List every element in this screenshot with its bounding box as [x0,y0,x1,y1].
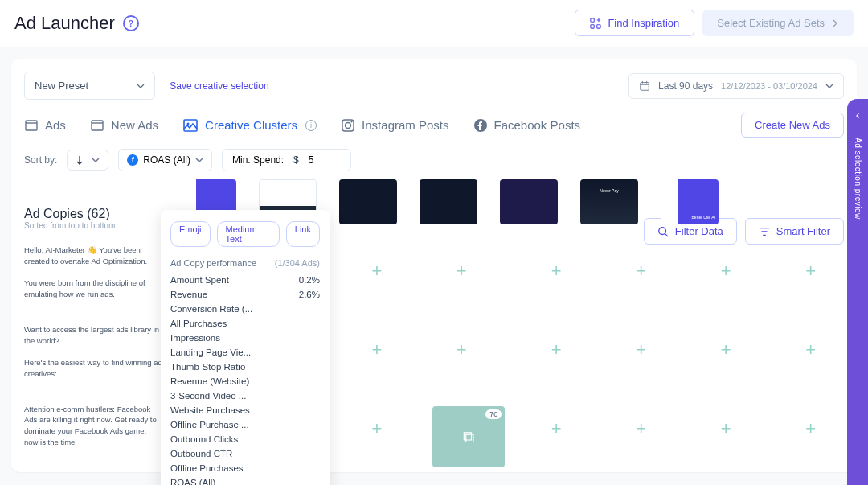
facebook-icon [473,118,488,133]
metric-item[interactable]: Outbound CTR [161,446,330,461]
select-existing-button: Select Existing Ad Sets [702,10,854,36]
svg-rect-4 [26,121,37,130]
min-spend-control: Min. Spend: $ [222,149,351,171]
tag-medium-text[interactable]: Medium Text [217,221,280,247]
main-container: New Preset Save creative selection Last … [0,47,868,485]
add-cell[interactable]: + [348,249,406,294]
add-cell[interactable]: + [697,327,755,372]
roas-select[interactable]: f ROAS (All) [118,149,212,171]
sort-direction[interactable] [67,150,108,171]
tag-link[interactable]: Link [286,221,320,247]
add-cell[interactable]: + [432,327,490,372]
add-cell[interactable]: + [527,249,585,294]
tab-creative-clusters[interactable]: Creative Clusters i [182,114,317,137]
metric-item[interactable]: Offline Purchase ... [161,417,330,432]
ad-thumbnail[interactable] [339,179,397,224]
save-creative-link[interactable]: Save creative selection [170,80,268,92]
add-cell[interactable]: + [527,327,585,372]
plus-icon: + [371,339,382,360]
ad-thumbnail[interactable] [420,179,477,224]
add-cell[interactable]: + [527,406,585,451]
add-cell[interactable]: + [697,249,755,294]
ad-thumbnail[interactable]: Never Pay [580,179,638,224]
facebook-icon: f [127,154,138,166]
date-range: 12/12/2023 - 03/10/2024 [721,81,817,91]
svg-point-12 [659,227,666,234]
metrics-dropdown: Emoji Medium Text Link Ad Copy performan… [161,210,330,485]
tab-facebook[interactable]: Facebook Posts [473,115,581,136]
upload-cell[interactable]: 70⧉ [432,406,505,467]
metric-item[interactable]: All Purchases [161,316,330,331]
tab-creative-label: Creative Clusters [205,118,297,132]
svg-rect-1 [591,24,594,27]
chevron-left-icon: ‹ [856,109,860,121]
plus-icon: + [457,261,467,282]
metric-item[interactable]: Revenue2.6% [161,287,330,302]
plus-icon: + [721,339,731,360]
help-icon[interactable]: ? [123,15,139,31]
add-cell[interactable]: + [612,249,670,294]
copy-item[interactable]: Attention e-comm hustlers: Facebook Ads … [24,404,167,448]
add-cell[interactable]: + [432,249,490,294]
header-actions: Find Inspiration Select Existing Ad Sets [575,10,854,36]
tab-new-ads[interactable]: New Ads [90,115,158,136]
plus-icon: + [371,261,382,282]
tag-emoji[interactable]: Emoji [170,221,211,247]
metric-item[interactable]: Website Purchases [161,403,330,417]
add-cell[interactable]: + [782,327,840,372]
perf-count: (1/304 Ads) [275,258,320,268]
rectangle-icon [24,118,39,133]
tabs-row: Ads New Ads Creative Clusters i Instagra… [24,113,844,138]
add-cell[interactable]: + [612,406,670,451]
plus-icon: + [551,339,562,360]
add-cell[interactable]: + [612,327,670,372]
ad-thumbnail[interactable]: Better Use AI [661,179,719,224]
rectangle-icon [90,118,104,133]
metric-item[interactable]: Landing Page Vie... [161,345,330,360]
min-spend-input[interactable] [309,154,341,166]
add-cell[interactable]: + [348,327,406,372]
arrow-down-icon [76,155,84,165]
tab-instagram-label: Instagram Posts [362,118,448,132]
controls-row: New Preset Save creative selection Last … [24,72,844,100]
tab-ads[interactable]: Ads [24,115,66,136]
plus-icon: + [721,261,731,282]
calendar-icon [639,80,650,92]
add-cell[interactable]: + [782,249,840,294]
side-panel-label: Ad selection preview [854,138,862,220]
metric-item[interactable]: Offline Purchases [161,461,330,475]
metric-item[interactable]: Amount Spent0.2% [161,273,330,287]
smart-filter-button[interactable]: Smart Filter [745,218,844,245]
add-cell[interactable]: + [782,406,840,451]
info-icon[interactable]: i [305,120,317,131]
search-icon [657,226,669,237]
metric-item[interactable]: Thumb-Stop Ratio [161,360,330,374]
sort-by-label: Sort by: [24,154,57,166]
add-cell[interactable]: + [348,406,406,451]
svg-rect-0 [591,18,594,21]
side-preview-panel[interactable]: ‹ Ad selection preview 0 [847,99,868,485]
metric-item[interactable]: Revenue (Website) [161,374,330,388]
add-cell[interactable]: + [697,406,755,451]
date-selector[interactable]: Last 90 days 12/12/2023 - 03/10/2024 [628,73,844,99]
tab-new-ads-label: New Ads [111,118,158,132]
image-icon [182,117,199,134]
svg-rect-2 [597,24,600,27]
tab-instagram[interactable]: Instagram Posts [341,115,448,136]
metric-item[interactable]: Impressions [161,331,330,345]
metric-item[interactable]: Outbound Clicks [161,432,330,446]
metric-item[interactable]: 3-Second Video ... [161,388,330,403]
filter-row: Sort by: f ROAS (All) Min. Spend: $ [24,149,844,171]
find-inspiration-button[interactable]: Find Inspiration [575,10,694,36]
page-title: Ad Launcher [14,13,115,34]
plus-icon: + [636,261,646,282]
copy-item[interactable]: Want to access the largest ads library i… [24,324,167,380]
metric-item[interactable]: ROAS (All) [161,475,330,485]
smart-filter-label: Smart Filter [776,225,830,237]
metric-item[interactable]: Conversion Rate (... [161,302,330,316]
copy-item[interactable]: Hello, AI-Marketer 👋 You've been created… [24,245,167,300]
preset-select[interactable]: New Preset [24,72,155,100]
svg-point-10 [351,121,353,122]
create-new-ads-button[interactable]: Create New Ads [741,113,844,138]
ad-thumbnail[interactable] [500,179,558,224]
